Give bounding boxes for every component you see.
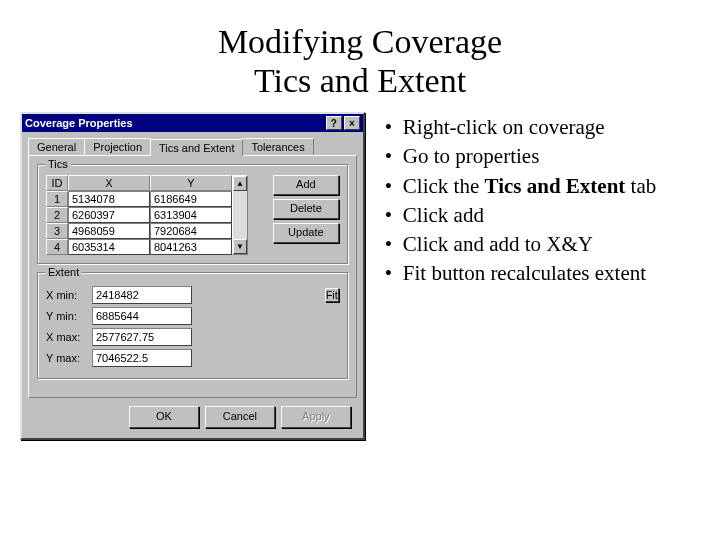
tab-general[interactable]: General	[28, 138, 85, 155]
chevron-down-icon: ▼	[236, 242, 244, 251]
list-item: Fit button recalculates extent	[383, 260, 694, 286]
titlebar[interactable]: Coverage Properties ? ×	[22, 114, 363, 132]
table-cell-y[interactable]: 8041263	[150, 239, 232, 255]
tab-strip: General Projection Tics and Extent Toler…	[28, 138, 357, 155]
instruction-list: Right-click on coverage Go to properties…	[383, 112, 700, 290]
list-item: Click the Tics and Extent tab	[383, 173, 694, 199]
xmin-field[interactable]: 2418482	[92, 286, 192, 304]
title-line-1: Modifying Coverage	[0, 22, 720, 61]
cancel-button[interactable]: Cancel	[205, 406, 275, 428]
apply-button[interactable]: Apply	[281, 406, 351, 428]
tics-group: Tics ID 1 2 3 4 X 5	[37, 164, 348, 264]
table-row-id[interactable]: 1	[46, 191, 68, 207]
list-item: Click and add to X&Y	[383, 231, 694, 257]
col-header-id[interactable]: ID	[46, 175, 68, 191]
ymin-field[interactable]: 6885644	[92, 307, 192, 325]
xmax-label: X max:	[46, 331, 92, 343]
table-row-id[interactable]: 3	[46, 223, 68, 239]
ok-button[interactable]: OK	[129, 406, 199, 428]
tics-table[interactable]: ID 1 2 3 4 X 5134078 6260397 4968059	[46, 175, 248, 255]
table-row-id[interactable]: 2	[46, 207, 68, 223]
scroll-up-button[interactable]: ▲	[233, 176, 247, 191]
tab-projection[interactable]: Projection	[84, 138, 151, 155]
help-icon: ?	[331, 118, 337, 129]
tab-panel-tics-extent: Tics ID 1 2 3 4 X 5	[28, 155, 357, 398]
add-button[interactable]: Add	[273, 175, 339, 195]
table-row-id[interactable]: 4	[46, 239, 68, 255]
col-header-y[interactable]: Y	[150, 175, 232, 191]
ymax-label: Y max:	[46, 352, 92, 364]
tics-legend: Tics	[45, 158, 71, 170]
title-line-2: Tics and Extent	[0, 61, 720, 100]
col-header-x[interactable]: X	[68, 175, 150, 191]
extent-legend: Extent	[45, 266, 82, 278]
close-icon: ×	[349, 118, 355, 129]
list-item: Click add	[383, 202, 694, 228]
list-item: Right-click on coverage	[383, 114, 694, 140]
slide-title: Modifying Coverage Tics and Extent	[0, 0, 720, 100]
update-button[interactable]: Update	[273, 223, 339, 243]
tab-tolerances[interactable]: Tolerances	[242, 138, 313, 155]
scroll-down-button[interactable]: ▼	[233, 239, 247, 254]
help-button[interactable]: ?	[326, 116, 342, 130]
table-cell-x[interactable]: 5134078	[68, 191, 150, 207]
table-cell-x[interactable]: 4968059	[68, 223, 150, 239]
dialog-button-row: OK Cancel Apply	[28, 398, 357, 430]
tab-tics-and-extent[interactable]: Tics and Extent	[150, 139, 243, 156]
extent-group: Extent X min: 2418482 Fit Y min: 6885644…	[37, 272, 348, 379]
ymax-field[interactable]: 7046522.5	[92, 349, 192, 367]
fit-button[interactable]: Fit	[325, 288, 339, 302]
table-cell-y[interactable]: 6313904	[150, 207, 232, 223]
table-cell-y[interactable]: 7920684	[150, 223, 232, 239]
tics-scrollbar[interactable]: ▲ ▼	[232, 175, 248, 255]
ymin-label: Y min:	[46, 310, 92, 322]
coverage-properties-dialog: Coverage Properties ? × General Projecti…	[20, 112, 365, 440]
close-button[interactable]: ×	[344, 116, 360, 130]
xmax-field[interactable]: 2577627.75	[92, 328, 192, 346]
xmin-label: X min:	[46, 289, 92, 301]
list-item: Go to properties	[383, 143, 694, 169]
table-cell-y[interactable]: 6186649	[150, 191, 232, 207]
chevron-up-icon: ▲	[236, 179, 244, 188]
dialog-title: Coverage Properties	[25, 117, 133, 129]
delete-button[interactable]: Delete	[273, 199, 339, 219]
table-cell-x[interactable]: 6260397	[68, 207, 150, 223]
table-cell-x[interactable]: 6035314	[68, 239, 150, 255]
